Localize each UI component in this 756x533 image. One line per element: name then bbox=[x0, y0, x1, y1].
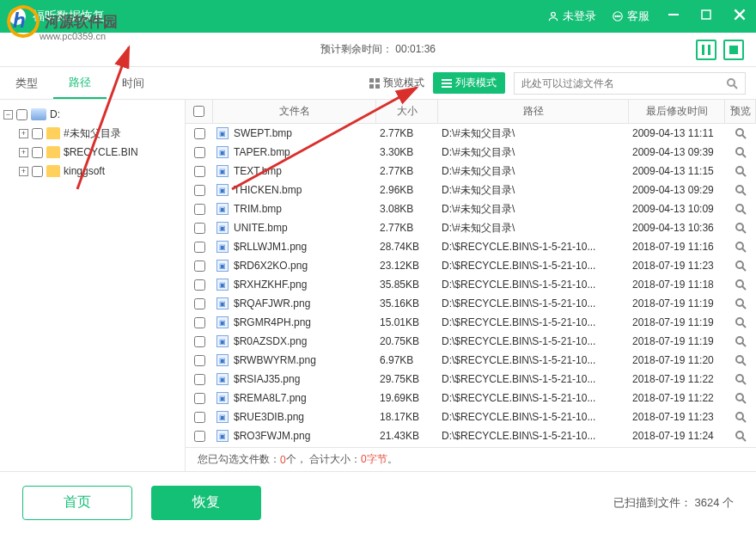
table-row[interactable]: ▣TEXT.bmp2.77KBD:\#未知父目录\2009-04-13 11:1… bbox=[186, 162, 756, 181]
row-checkbox[interactable] bbox=[194, 279, 205, 291]
row-checkbox[interactable] bbox=[194, 147, 205, 158]
preview-button[interactable] bbox=[725, 146, 756, 158]
table-row[interactable]: ▣$RXHZKHF.png35.85KBD:\$RECYCLE.BIN\S-1-… bbox=[186, 275, 756, 294]
file-size: 15.01KB bbox=[376, 316, 438, 328]
tree-checkbox[interactable] bbox=[16, 109, 27, 120]
table-row[interactable]: ▣$RD6X2KO.png23.12KBD:\$RECYCLE.BIN\S-1-… bbox=[186, 256, 756, 275]
preview-button[interactable] bbox=[725, 373, 756, 385]
stop-scan-button[interactable] bbox=[723, 40, 744, 60]
row-checkbox[interactable] bbox=[194, 374, 205, 385]
row-checkbox[interactable] bbox=[194, 166, 205, 177]
tab-path[interactable]: 路径 bbox=[53, 67, 107, 99]
preview-button[interactable] bbox=[725, 297, 756, 309]
tab-time[interactable]: 时间 bbox=[107, 67, 160, 99]
preview-mode-button[interactable]: 预览模式 bbox=[361, 72, 433, 94]
tab-type[interactable]: 类型 bbox=[0, 67, 53, 99]
filter-input[interactable] bbox=[521, 77, 726, 89]
row-checkbox[interactable] bbox=[194, 431, 205, 442]
table-row[interactable]: ▣$RGMR4PH.png15.01KBD:\$RECYCLE.BIN\S-1-… bbox=[186, 313, 756, 332]
row-checkbox[interactable] bbox=[194, 128, 205, 139]
row-checkbox[interactable] bbox=[194, 393, 205, 404]
image-file-icon: ▣ bbox=[216, 411, 229, 423]
table-row[interactable]: ▣$RSIAJ35.png29.75KBD:\$RECYCLE.BIN\S-1-… bbox=[186, 370, 756, 389]
table-row[interactable]: ▣$RWBWYRM.png6.97KBD:\$RECYCLE.BIN\S-1-5… bbox=[186, 351, 756, 370]
table-row[interactable]: ▣UNITE.bmp2.77KBD:\#未知父目录\2009-04-13 10:… bbox=[186, 218, 756, 237]
table-row[interactable]: ▣SWEPT.bmp2.77KBD:\#未知父目录\2009-04-13 11:… bbox=[186, 124, 756, 143]
chat-icon bbox=[612, 10, 624, 22]
col-path[interactable]: 路径 bbox=[438, 100, 629, 123]
tree-item[interactable]: +#未知父目录 bbox=[3, 124, 181, 143]
recover-button[interactable]: 恢复 bbox=[151, 486, 261, 520]
tree-checkbox[interactable] bbox=[32, 128, 43, 139]
list-mode-button[interactable]: 列表模式 bbox=[433, 72, 505, 94]
row-checkbox[interactable] bbox=[194, 242, 205, 253]
row-checkbox[interactable] bbox=[194, 336, 205, 347]
preview-button[interactable] bbox=[725, 241, 756, 253]
select-all-checkbox[interactable] bbox=[193, 106, 204, 117]
login-button[interactable]: 未登录 bbox=[547, 9, 596, 24]
support-button[interactable]: 客服 bbox=[612, 9, 649, 24]
row-checkbox[interactable] bbox=[194, 223, 205, 234]
tree-item[interactable]: +kinggsoft bbox=[3, 162, 181, 181]
collapse-icon[interactable]: − bbox=[3, 110, 13, 119]
search-icon[interactable] bbox=[726, 77, 738, 89]
tree-root-drive[interactable]: − D: bbox=[3, 105, 181, 124]
image-file-icon: ▣ bbox=[216, 260, 229, 272]
row-checkbox[interactable] bbox=[194, 412, 205, 423]
preview-button[interactable] bbox=[725, 260, 756, 272]
col-date[interactable]: 最后修改时间 bbox=[629, 100, 725, 123]
table-row[interactable]: ▣$RUE3DIB.png18.17KBD:\$RECYCLE.BIN\S-1-… bbox=[186, 407, 756, 426]
table-row[interactable]: ▣$R0AZSDX.png20.75KBD:\$RECYCLE.BIN\S-1-… bbox=[186, 332, 756, 351]
svg-line-30 bbox=[742, 211, 746, 214]
preview-button[interactable] bbox=[725, 335, 756, 347]
tree-item[interactable]: +$RECYCLE.BIN bbox=[3, 143, 181, 162]
preview-button[interactable] bbox=[725, 222, 756, 234]
tree-checkbox[interactable] bbox=[32, 147, 43, 158]
home-button[interactable]: 首页 bbox=[22, 486, 132, 520]
table-row[interactable]: ▣THICKEN.bmp2.96KBD:\#未知父目录\2009-04-13 0… bbox=[186, 181, 756, 199]
file-name: $RQAFJWR.png bbox=[234, 297, 310, 309]
preview-button[interactable] bbox=[725, 316, 756, 328]
table-row[interactable]: ▣TAPER.bmp3.30KBD:\#未知父目录\2009-04-13 09:… bbox=[186, 143, 756, 162]
row-checkbox[interactable] bbox=[194, 355, 205, 366]
row-checkbox[interactable] bbox=[194, 185, 205, 196]
expand-icon[interactable]: + bbox=[19, 167, 28, 176]
preview-button[interactable] bbox=[725, 430, 756, 442]
preview-button[interactable] bbox=[725, 165, 756, 177]
expand-icon[interactable]: + bbox=[19, 129, 28, 138]
filter-box[interactable] bbox=[514, 72, 746, 95]
preview-button[interactable] bbox=[725, 411, 756, 423]
svg-line-20 bbox=[734, 85, 737, 89]
preview-button[interactable] bbox=[725, 203, 756, 215]
drive-icon bbox=[31, 108, 46, 120]
table-row[interactable]: ▣TRIM.bmp3.08KBD:\#未知父目录\2009-04-13 10:0… bbox=[186, 199, 756, 218]
svg-point-47 bbox=[736, 375, 743, 382]
preview-button[interactable] bbox=[725, 127, 756, 139]
tree-checkbox[interactable] bbox=[32, 166, 43, 177]
pause-scan-button[interactable] bbox=[696, 40, 716, 60]
expand-icon[interactable]: + bbox=[19, 148, 28, 157]
row-checkbox[interactable] bbox=[194, 317, 205, 328]
row-checkbox[interactable] bbox=[194, 260, 205, 272]
file-path: D:\#未知父目录\ bbox=[438, 221, 629, 236]
table-row[interactable]: ▣$RLLWJM1.png28.74KBD:\$RECYCLE.BIN\S-1-… bbox=[186, 237, 756, 256]
preview-button[interactable] bbox=[725, 279, 756, 291]
close-button[interactable] bbox=[732, 7, 747, 26]
preview-button[interactable] bbox=[725, 184, 756, 196]
col-size[interactable]: 大小 bbox=[376, 100, 438, 123]
minimize-button[interactable] bbox=[667, 8, 680, 25]
col-preview[interactable]: 预览 bbox=[725, 100, 756, 123]
svg-line-26 bbox=[742, 173, 746, 176]
table-row[interactable]: ▣$REMA8L7.png19.69KBD:\$RECYCLE.BIN\S-1-… bbox=[186, 389, 756, 407]
col-name[interactable]: 文件名 bbox=[213, 100, 376, 123]
svg-line-42 bbox=[742, 324, 746, 328]
preview-button[interactable] bbox=[725, 392, 756, 404]
table-row[interactable]: ▣$RQAFJWR.png35.16KBD:\$RECYCLE.BIN\S-1-… bbox=[186, 294, 756, 313]
svg-line-40 bbox=[742, 305, 746, 309]
svg-rect-13 bbox=[375, 78, 380, 83]
row-checkbox[interactable] bbox=[194, 298, 205, 309]
preview-button[interactable] bbox=[725, 354, 756, 366]
row-checkbox[interactable] bbox=[194, 204, 205, 215]
maximize-button[interactable] bbox=[699, 8, 713, 25]
table-row[interactable]: ▣$RO3FWJM.png21.43KBD:\$RECYCLE.BIN\S-1-… bbox=[186, 426, 756, 445]
